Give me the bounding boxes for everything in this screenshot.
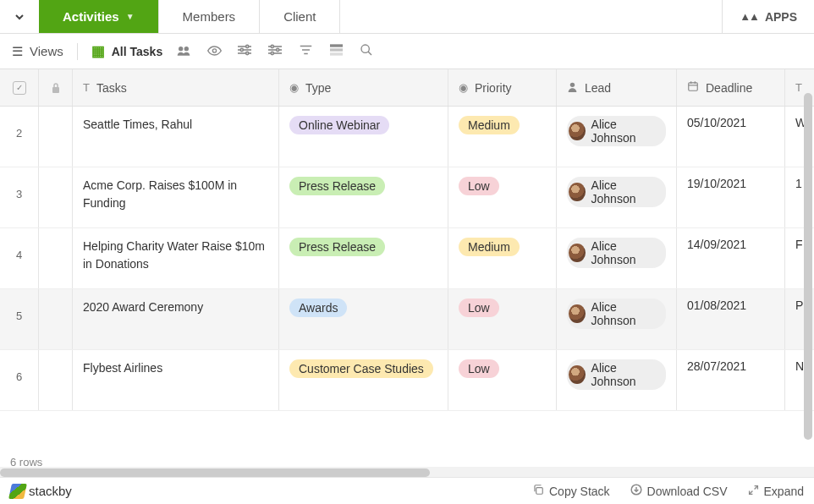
row-height-icon[interactable] (327, 44, 345, 58)
svg-rect-18 (330, 44, 343, 47)
lead-cell[interactable]: Alice Johnson (557, 228, 677, 288)
row-number[interactable]: 6 (0, 350, 39, 410)
deadline-cell[interactable]: 01/08/2021 (677, 289, 785, 349)
tab-activities-label: Activities (63, 9, 119, 24)
avatar (569, 244, 586, 262)
type-cell[interactable]: Press Release (279, 228, 448, 288)
apps-button[interactable]: ▲▲ APPS (722, 0, 814, 33)
svg-point-0 (179, 47, 183, 51)
priority-pill: Medium (459, 116, 520, 134)
filter-settings-icon[interactable] (235, 44, 254, 58)
text-icon: T (83, 81, 90, 94)
deadline-cell[interactable]: 14/09/2021 (677, 228, 785, 288)
deadline-cell[interactable]: 05/10/2021 (677, 107, 785, 167)
filter-icon[interactable] (296, 44, 315, 58)
task-cell[interactable]: Helping Charity Water Raise $10m in Dona… (73, 228, 279, 288)
download-csv-button[interactable]: Download CSV (630, 484, 728, 498)
grid-icon: ▦ (91, 42, 105, 60)
svg-point-1 (184, 47, 189, 51)
task-cell[interactable]: Flybest Airlines (73, 350, 279, 410)
lead-chip: Alice Johnson (567, 238, 666, 268)
row-number[interactable]: 4 (0, 228, 39, 288)
priority-pill: Low (459, 299, 499, 317)
svg-point-12 (271, 45, 273, 47)
type-cell[interactable]: Online Webinar (279, 107, 448, 167)
task-cell[interactable]: Acme Corp. Raises $100M in Funding (73, 167, 279, 227)
table-row[interactable]: 5 2020 Award Ceremony Awards Low Alice J… (0, 289, 814, 350)
column-type[interactable]: ◉ Type (279, 69, 448, 106)
priority-pill: Medium (459, 238, 520, 256)
table-header: ✓ T Tasks ◉ Type ◉ Priority Lead Deadlin… (0, 69, 814, 107)
column-tasks[interactable]: T Tasks (73, 69, 279, 106)
tab-activities[interactable]: Activities ▼ (39, 0, 159, 33)
priority-cell[interactable]: Medium (448, 228, 557, 288)
tab-members[interactable]: Members (159, 0, 261, 33)
task-cell[interactable]: 2020 Award Ceremony (73, 289, 279, 349)
visibility-icon[interactable] (205, 44, 223, 58)
priority-cell[interactable]: Medium (448, 107, 557, 167)
column-type-label: Type (305, 81, 331, 95)
type-pill: Online Webinar (289, 116, 389, 134)
deadline-text: 01/08/2021 (687, 299, 746, 312)
horizontal-scroll-thumb[interactable] (0, 468, 430, 477)
svg-rect-19 (330, 48, 343, 51)
lead-name: Alice Johnson (591, 239, 657, 266)
text-icon: T (795, 81, 802, 94)
lead-cell[interactable]: Alice Johnson (557, 350, 677, 410)
copy-stack-button[interactable]: Copy Stack (532, 484, 610, 498)
all-tasks-label: All Tasks (112, 45, 162, 58)
svg-rect-20 (330, 52, 343, 55)
deadline-cell[interactable]: 19/10/2021 (677, 167, 785, 227)
type-cell[interactable]: Customer Case Studies (279, 350, 448, 410)
priority-pill: Low (459, 359, 499, 378)
view-all-tasks[interactable]: ▦ All Tasks (91, 42, 162, 60)
column-deadline[interactable]: Deadline (677, 69, 785, 106)
vertical-scroll-thumb[interactable] (804, 93, 812, 440)
svg-point-21 (361, 45, 369, 52)
type-cell[interactable]: Press Release (279, 167, 448, 227)
brand-logo[interactable]: stackby (10, 484, 72, 499)
avatar (569, 304, 586, 323)
expand-button[interactable]: Expand (748, 485, 804, 498)
sort-settings-icon[interactable] (266, 44, 284, 58)
priority-cell[interactable]: Low (448, 289, 557, 349)
table-row[interactable]: 3 Acme Corp. Raises $100M in Funding Pre… (0, 167, 814, 228)
column-lead-label: Lead (585, 81, 611, 95)
copy-stack-label: Copy Stack (549, 485, 610, 498)
task-cell[interactable]: Seattle Times, Rahul (73, 107, 279, 167)
column-priority[interactable]: ◉ Priority (448, 69, 557, 106)
caret-down-icon: ▼ (126, 12, 135, 21)
priority-cell[interactable]: Low (448, 167, 557, 227)
svg-rect-29 (536, 488, 543, 495)
lead-cell[interactable]: Alice Johnson (557, 107, 677, 167)
svg-rect-23 (52, 87, 59, 93)
column-tasks-label: Tasks (96, 81, 127, 95)
lead-cell[interactable]: Alice Johnson (557, 167, 677, 227)
priority-cell[interactable]: Low (448, 350, 557, 410)
vertical-scrollbar[interactable] (802, 71, 814, 474)
select-all-checkbox[interactable]: ✓ (0, 69, 39, 106)
row-number[interactable]: 5 (0, 289, 39, 349)
search-icon[interactable] (357, 43, 376, 59)
task-text: Helping Charity Water Raise $10m in Dona… (83, 238, 268, 273)
deadline-cell[interactable]: 28/07/2021 (677, 350, 785, 410)
table-body: 2 Seattle Times, Rahul Online Webinar Me… (0, 107, 814, 411)
apps-label: APPS (765, 10, 797, 24)
type-cell[interactable]: Awards (279, 289, 448, 349)
column-lead[interactable]: Lead (557, 69, 677, 106)
views-button[interactable]: ☰ Views (12, 44, 63, 59)
priority-pill: Low (459, 177, 499, 195)
deadline-text: 14/09/2021 (687, 238, 746, 251)
column-priority-label: Priority (475, 81, 512, 95)
lead-cell[interactable]: Alice Johnson (557, 289, 677, 349)
tab-client[interactable]: Client (260, 0, 340, 33)
table-row[interactable]: 6 Flybest Airlines Customer Case Studies… (0, 350, 814, 411)
share-icon[interactable] (174, 44, 193, 58)
table-row[interactable]: 4 Helping Charity Water Raise $10m in Do… (0, 228, 814, 289)
row-number[interactable]: 3 (0, 167, 39, 227)
expand-toggle[interactable] (0, 0, 39, 33)
lead-name: Alice Johnson (591, 118, 657, 145)
table-row[interactable]: 2 Seattle Times, Rahul Online Webinar Me… (0, 107, 814, 167)
type-pill: Press Release (289, 177, 385, 195)
row-number[interactable]: 2 (0, 107, 39, 167)
